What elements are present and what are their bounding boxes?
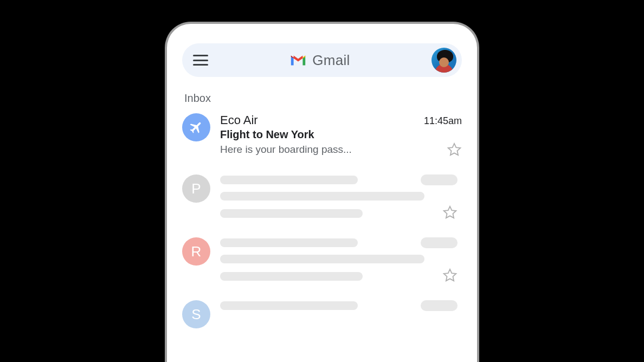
email-row[interactable]: S [182, 292, 462, 337]
sender-badge[interactable] [182, 113, 210, 141]
sender-name: Eco Air [220, 113, 258, 127]
sender-initial: S [191, 306, 201, 323]
sender-badge[interactable]: P [182, 174, 210, 203]
email-time: 11:45am [424, 115, 462, 127]
star-icon[interactable] [442, 205, 458, 220]
phone-frame: Gmail Inbox Eco Air 11:45am Flight to Ne… [165, 22, 479, 362]
brand-name: Gmail [312, 52, 350, 69]
sender-badge[interactable]: S [182, 300, 210, 328]
star-icon[interactable] [447, 142, 462, 157]
brand: Gmail [216, 52, 424, 69]
email-row[interactable]: P [182, 166, 462, 229]
email-placeholder [220, 300, 462, 311]
email-content: Eco Air 11:45am Flight to New York Here … [220, 113, 462, 157]
menu-icon[interactable] [193, 55, 208, 66]
sender-badge[interactable]: R [182, 237, 210, 266]
airplane-icon [189, 120, 204, 135]
sender-initial: P [191, 180, 201, 197]
section-label: Inbox [182, 92, 462, 105]
email-placeholder [220, 237, 462, 283]
email-placeholder [220, 174, 462, 220]
gmail-logo-icon [289, 54, 307, 67]
sender-initial: R [191, 243, 202, 260]
star-icon[interactable] [442, 268, 458, 283]
email-row[interactable]: R [182, 229, 462, 292]
avatar[interactable] [432, 48, 456, 73]
email-row[interactable]: Eco Air 11:45am Flight to New York Here … [182, 105, 462, 166]
search-bar[interactable]: Gmail [182, 43, 462, 77]
email-snippet: Here is your boarding pass... [220, 144, 352, 156]
email-subject: Flight to New York [220, 128, 462, 141]
